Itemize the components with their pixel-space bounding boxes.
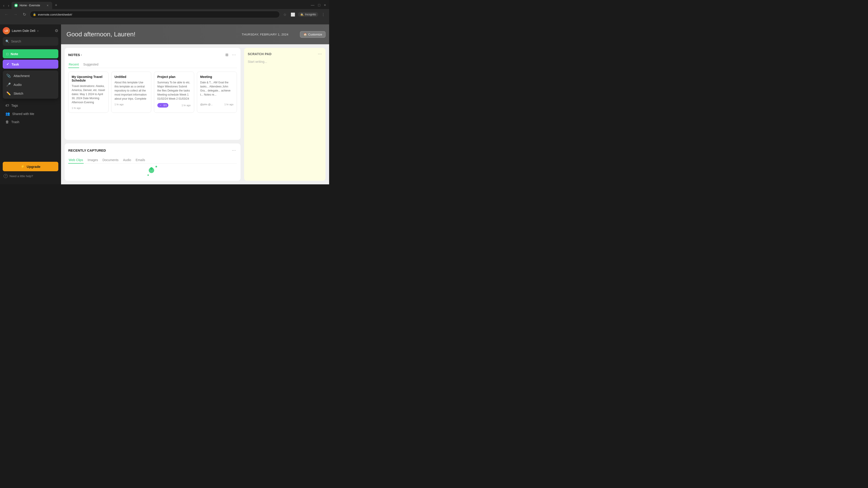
note-title: Project plan <box>157 75 191 78</box>
tags-icon: 🏷 <box>5 103 9 107</box>
tab-recent[interactable]: Recent <box>68 61 79 68</box>
more-button[interactable]: ⋮ <box>320 11 327 18</box>
mention-text: @john @... <box>200 103 213 106</box>
note-time: 1 hr ago <box>182 104 191 107</box>
note-title: Meeting <box>200 75 234 78</box>
trash-icon: 🗑 <box>5 120 9 124</box>
upgrade-label: Upgrade <box>27 165 40 168</box>
forward-button[interactable]: → <box>12 11 19 18</box>
bookmark-button[interactable]: ☆ <box>282 11 288 18</box>
tab-search-button[interactable]: ⬜ <box>290 11 296 18</box>
note-time: 1 hr ago <box>115 103 124 106</box>
note-card-meeting[interactable]: Meeting Date & T... AM Goal the tasks...… <box>197 72 237 113</box>
new-note-button[interactable]: □ Note <box>3 49 58 58</box>
task-check-icon: ✓ <box>6 62 9 66</box>
minimize-button[interactable]: — <box>309 3 316 8</box>
address-bar[interactable]: 🔒 evernote.com/client/web#/ <box>30 11 280 18</box>
main-content: Good afternoon, Lauren! THURSDAY, FEBRUA… <box>61 24 329 184</box>
rc-header: RECENTLY CAPTURED ··· <box>68 147 237 154</box>
sketch-icon: ✏️ <box>6 91 11 96</box>
attachment-item[interactable]: 📎 Attachment <box>3 71 58 80</box>
rc-more-button[interactable]: ··· <box>231 147 237 154</box>
active-tab[interactable]: Home - Evernote × <box>11 2 52 9</box>
date-display: THURSDAY, FEBRUARY 1, 2024 <box>242 33 288 36</box>
notes-section-title[interactable]: NOTES › <box>68 53 82 57</box>
note-time: 1 hr ago <box>72 107 81 109</box>
back-button[interactable]: ← <box>3 11 10 18</box>
tab-audio[interactable]: Audio <box>123 157 131 164</box>
user-info[interactable]: LD Lauren Dale Deli ∨ <box>3 27 39 34</box>
customize-icon: 🏠 <box>303 33 307 36</box>
maximize-button[interactable]: □ <box>317 3 322 8</box>
note-label: Note <box>11 52 18 56</box>
rc-title: RECENTLY CAPTURED <box>68 149 106 152</box>
main-header: Good afternoon, Lauren! THURSDAY, FEBRUA… <box>61 24 329 44</box>
trash-label: Trash <box>11 120 19 124</box>
svg-point-1 <box>150 167 153 170</box>
app: LD Lauren Dale Deli ∨ ⚙ 🔍 Search □ Note … <box>0 24 329 184</box>
audio-item[interactable]: 🎤 Audio <box>3 80 58 89</box>
recently-captured: RECENTLY CAPTURED ··· Web Clips Images D… <box>65 143 241 181</box>
rc-illustration: ★ ★ <box>146 164 159 177</box>
task-badge: 0/1 <box>157 103 168 107</box>
scratch-content[interactable]: Start writing... <box>248 59 322 64</box>
nav-bar: ← → ↻ 🔒 evernote.com/client/web#/ ☆ ⬜ 🕵 … <box>0 9 329 20</box>
search-icon: 🔍 <box>5 39 9 43</box>
sketch-item[interactable]: ✏️ Sketch <box>3 89 58 98</box>
notes-more-button[interactable]: ··· <box>231 52 237 58</box>
note-card-untitled[interactable]: Untitled About this template Use this te… <box>111 72 151 113</box>
incognito-badge[interactable]: 🕵 Incognito <box>298 12 318 17</box>
tab-close-button[interactable]: × <box>46 4 50 7</box>
attachment-icon: 📎 <box>6 74 11 78</box>
tab-emails[interactable]: Emails <box>135 157 146 164</box>
note-preview: Date & T... AM Goal the tasks... Attende… <box>200 80 234 101</box>
note-card-travel[interactable]: My Upcoming Travel Schedule Travel desti… <box>68 72 108 113</box>
task-label: Task <box>11 62 19 66</box>
sidebar-item-trash[interactable]: 🗑 Trash <box>3 118 58 126</box>
note-icon: □ <box>6 52 8 56</box>
tab-bar: ‹ › Home - Evernote × + — □ × <box>0 0 329 9</box>
notes-section-header: NOTES › ⊞ ··· <box>68 52 237 58</box>
sidebar-item-tags[interactable]: 🏷 Tags <box>3 101 58 109</box>
scratch-more-button[interactable]: ··· <box>318 52 322 56</box>
close-window-button[interactable]: × <box>322 3 327 8</box>
tags-label: Tags <box>11 104 18 107</box>
shared-label: Shared with Me <box>12 112 34 116</box>
sidebar: LD Lauren Dale Deli ∨ ⚙ 🔍 Search □ Note … <box>0 24 61 184</box>
tab-documents[interactable]: Documents <box>102 157 119 164</box>
note-preview: Summary To be able to etc. Major Milesto… <box>157 80 191 101</box>
notes-tabs: Recent Suggested <box>68 61 237 68</box>
settings-button[interactable]: ⚙ <box>55 28 58 33</box>
shared-icon: 👥 <box>5 111 10 116</box>
upgrade-button[interactable]: ⚡ Upgrade <box>3 162 58 171</box>
tab-favicon <box>14 4 18 7</box>
new-tab-button[interactable]: + <box>53 2 59 8</box>
svg-text:★: ★ <box>155 165 158 168</box>
sidebar-item-shared[interactable]: 👥 Shared with Me <box>3 109 58 118</box>
tab-title: Home - Evernote <box>20 4 44 7</box>
note-preview: About this template Use this template as… <box>115 80 148 101</box>
avatar: LD <box>3 27 10 34</box>
tab-images[interactable]: Images <box>87 157 98 164</box>
help-label: Need a little help? <box>9 174 33 178</box>
note-card-project[interactable]: Project plan Summary To be able to etc. … <box>154 72 194 113</box>
help-item[interactable]: ? Need a little help? <box>3 172 58 180</box>
user-name: Lauren Dale Deli <box>12 29 35 33</box>
notes-section: NOTES › ⊞ ··· Recent Suggested <box>65 48 241 140</box>
tab-back-button[interactable]: ‹ <box>2 3 6 8</box>
reload-button[interactable]: ↻ <box>21 11 28 18</box>
note-meta: @john @... 1 hr ago <box>200 103 234 106</box>
notes-add-button[interactable]: ⊞ <box>224 52 229 58</box>
tab-webclips[interactable]: Web Clips <box>68 157 84 164</box>
nav-actions: ☆ ⬜ 🕵 Incognito ⋮ <box>282 11 327 18</box>
tab-forward-button[interactable]: › <box>6 3 10 8</box>
scratch-pad-title: SCRATCH PAD ··· <box>248 52 322 56</box>
tab-suggested[interactable]: Suggested <box>83 61 99 68</box>
customize-button[interactable]: 🏠 Customize <box>300 31 326 38</box>
content-area: NOTES › ⊞ ··· Recent Suggested <box>61 44 329 184</box>
tab-bar-actions: — □ × <box>309 3 327 9</box>
notes-arrow-icon: › <box>81 53 82 57</box>
search-box[interactable]: 🔍 Search <box>3 37 58 46</box>
address-text: evernote.com/client/web#/ <box>38 13 72 16</box>
new-task-button[interactable]: ✓ Task <box>3 60 58 69</box>
